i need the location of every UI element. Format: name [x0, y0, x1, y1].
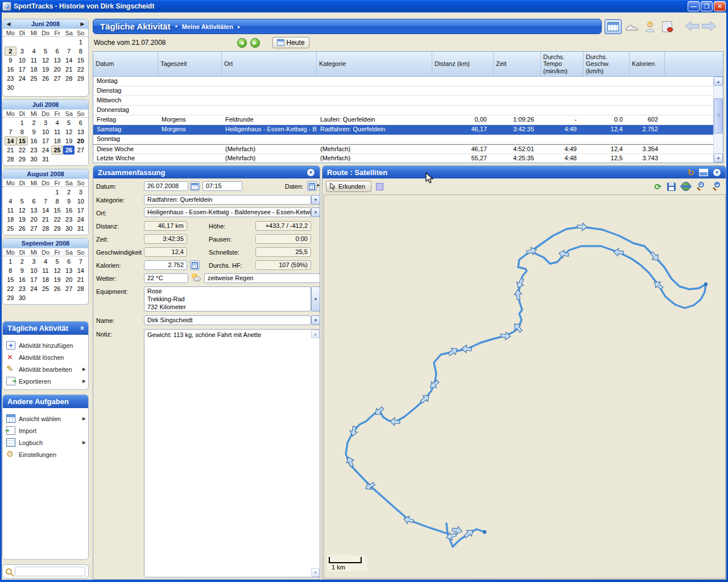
calendar-day[interactable]: 15: [51, 206, 63, 215]
calendar-day[interactable]: 28: [75, 284, 86, 293]
route-layout-icon[interactable]: [699, 169, 708, 176]
calendar-day[interactable]: 13: [75, 127, 86, 136]
calendar-day[interactable]: 31: [75, 224, 86, 233]
table-row[interactable]: Diese Woche(Mehrfach)(Mehrfach)46,174:52…: [93, 144, 713, 154]
calendar-day[interactable]: 17: [75, 206, 86, 215]
calendar-day[interactable]: 1: [5, 257, 16, 266]
calendar-day[interactable]: 2: [28, 118, 40, 127]
calendar-day[interactable]: 9: [63, 197, 75, 206]
table-row[interactable]: FreitagMorgensFeldrundeLaufen: Querfelde…: [93, 115, 713, 125]
collapse-chevron-icon[interactable]: »: [77, 326, 86, 330]
table-row[interactable]: Montag: [93, 77, 713, 86]
calendar-day[interactable]: 25: [51, 146, 63, 155]
summary-collapse-button[interactable]: ▼: [307, 168, 315, 177]
task-item-aktivit-t-l-schen[interactable]: Aktivität löschen: [6, 351, 86, 363]
date-field[interactable]: 26.07.2008: [144, 181, 188, 191]
calendar-day[interactable]: 25: [40, 284, 52, 293]
calendar-day[interactable]: 17: [16, 65, 28, 74]
calendar-day[interactable]: 25: [28, 74, 40, 83]
scroll-down-button[interactable]: ▼: [714, 153, 723, 163]
calendar-day[interactable]: 21: [63, 65, 75, 74]
weather-icon[interactable]: [191, 273, 201, 282]
temperature-field[interactable]: 22 °C: [144, 273, 188, 283]
calendar-day[interactable]: 8: [16, 127, 28, 136]
calendar-day[interactable]: 30: [63, 224, 75, 233]
calendar-day[interactable]: 6: [75, 118, 86, 127]
calendar-day[interactable]: 24: [75, 215, 86, 224]
calendar-day[interactable]: 14: [40, 206, 52, 215]
close-button[interactable]: ✕: [714, 1, 726, 11]
calendar-day[interactable]: 18: [40, 275, 52, 284]
calendar-day[interactable]: 5: [16, 197, 28, 206]
calendar-day[interactable]: 11: [5, 206, 16, 215]
calendar-day[interactable]: 25: [5, 224, 16, 233]
calendar-day[interactable]: 26: [63, 146, 75, 155]
calendar-day[interactable]: 19: [16, 215, 28, 224]
calendar-day[interactable]: 23: [5, 74, 16, 83]
scrollbar-thumb[interactable]: [714, 98, 723, 134]
column-header[interactable]: Kategorie: [317, 52, 432, 76]
calendar-day[interactable]: 14: [75, 266, 86, 275]
column-header[interactable]: Ort: [222, 52, 317, 76]
calendar-day[interactable]: 24: [16, 74, 28, 83]
calendar-day[interactable]: 15: [75, 56, 86, 65]
calendar-day[interactable]: 11: [51, 127, 63, 136]
calendar-day[interactable]: 18: [28, 65, 40, 74]
calendar-day[interactable]: 12: [16, 206, 28, 215]
calendar-day[interactable]: 3: [75, 188, 86, 197]
other-tasks-header[interactable]: Andere Aufgaben: [3, 395, 88, 408]
calendar-day[interactable]: 23: [16, 284, 28, 293]
calendar-day[interactable]: 5: [51, 257, 63, 266]
calendar-day[interactable]: 22: [5, 284, 16, 293]
calendar-day[interactable]: 7: [63, 47, 75, 56]
calendar-day[interactable]: 8: [75, 47, 86, 56]
minimize-button[interactable]: —: [688, 1, 700, 11]
calendar-day[interactable]: 10: [75, 197, 86, 206]
calendar-day[interactable]: 31: [40, 155, 52, 164]
table-row[interactable]: Donnerstag: [93, 106, 713, 115]
calendar-day[interactable]: 14: [63, 56, 75, 65]
calendar-day[interactable]: 1: [51, 188, 63, 197]
table-row[interactable]: Letzte Woche(Mehrfach)(Mehrfach)55,274:2…: [93, 154, 713, 163]
location-dropdown-button[interactable]: ▼: [311, 207, 320, 217]
calendar-day[interactable]: 18: [5, 215, 16, 224]
calendar-day[interactable]: 23: [63, 215, 75, 224]
map-mode-icon[interactable]: [681, 182, 690, 191]
calendar-day[interactable]: 4: [40, 257, 52, 266]
zoom-in-icon[interactable]: +: [712, 181, 722, 192]
calendar-day[interactable]: 7: [75, 257, 86, 266]
calendar-day[interactable]: 27: [28, 224, 40, 233]
calendar-day[interactable]: 29: [5, 293, 16, 302]
date-picker-button[interactable]: [190, 181, 200, 191]
column-header[interactable]: Datum: [93, 52, 158, 76]
calendar-day[interactable]: 22: [75, 65, 86, 74]
today-button[interactable]: Heute: [272, 37, 309, 48]
time-field[interactable]: 07:15: [202, 181, 242, 191]
calendar-day[interactable]: 1: [16, 118, 28, 127]
calendar-next-icon[interactable]: ▶: [78, 20, 86, 28]
breadcrumb[interactable]: Meine Aktivitäten: [182, 23, 233, 30]
category-field[interactable]: Radfahren: Querfeldein: [144, 195, 311, 205]
calendar-day[interactable]: 21: [40, 215, 52, 224]
calendar-day[interactable]: 6: [28, 197, 40, 206]
task-item-aktivit-t-hinzuf-gen[interactable]: Aktivität hinzufügen: [6, 339, 86, 351]
daten-arrow-icon[interactable]: ▸: [317, 182, 320, 188]
calendar-day[interactable]: 3: [28, 257, 40, 266]
explore-button[interactable]: Erkunden: [326, 181, 371, 192]
table-row[interactable]: Sonntag: [93, 135, 713, 144]
calendar-day[interactable]: 27: [63, 284, 75, 293]
restore-button[interactable]: ❐: [701, 1, 713, 11]
calendar-day[interactable]: 13: [63, 266, 75, 275]
calendar-day[interactable]: 7: [40, 197, 52, 206]
calendar-day[interactable]: 27: [51, 74, 63, 83]
zoom-out-icon[interactable]: −: [696, 181, 706, 192]
task-item-import[interactable]: Import: [6, 425, 86, 436]
weather-desc-field[interactable]: zeitweise Regen: [204, 273, 320, 283]
calendar-day[interactable]: 30: [16, 293, 28, 302]
table-row[interactable]: SamstagMorgensHeiligenhaus - Essen-Kettw…: [93, 125, 713, 135]
equipment-field[interactable]: Rose Trekking-Rad 732 Kilometer: [144, 286, 311, 311]
route-map[interactable]: 1 km: [324, 194, 726, 579]
notes-scroll-down[interactable]: ▼: [311, 568, 320, 577]
calendar-day[interactable]: 13: [28, 206, 40, 215]
table-row[interactable]: Mittwoch: [93, 96, 713, 106]
